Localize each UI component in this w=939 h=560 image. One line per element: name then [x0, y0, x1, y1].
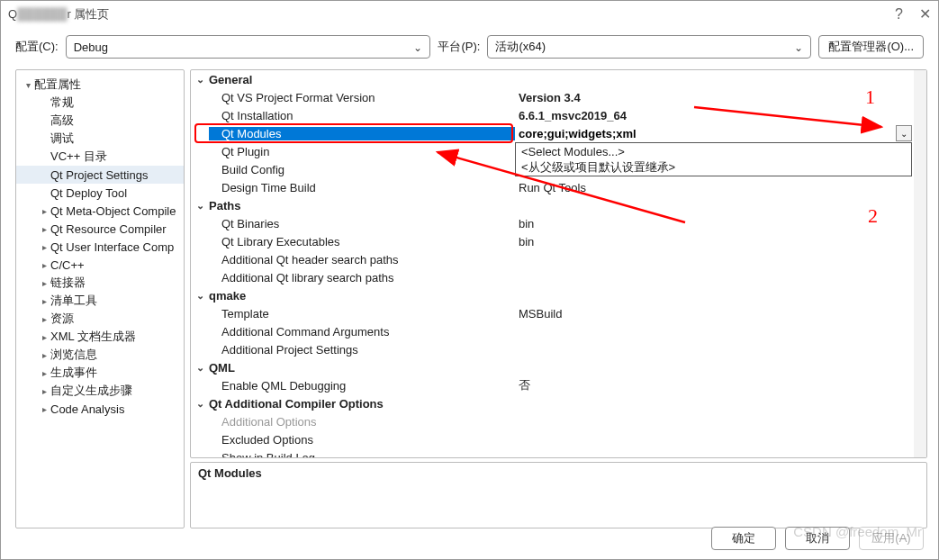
tree-item-label: 浏览信息	[50, 347, 97, 363]
tree-item[interactable]: ▸Qt Meta-Object Compile	[16, 202, 184, 220]
expander-icon[interactable]: ▸	[38, 386, 50, 396]
property-row[interactable]: Qt Library Executablesbin	[191, 232, 926, 250]
tree-item-label: 配置属性	[34, 77, 81, 93]
expander-icon[interactable]: ▸	[38, 404, 50, 414]
chevron-down-icon: ⌄	[900, 129, 907, 139]
tree-item[interactable]: 常规	[16, 94, 184, 112]
property-label: Additional Project Settings	[209, 343, 515, 357]
tree-item[interactable]: Qt Deploy Tool	[16, 184, 184, 202]
tree-item[interactable]: ▸C/C++	[16, 256, 184, 274]
dropdown-option-inherit[interactable]: <从父级或项目默认设置继承>	[516, 159, 911, 176]
expander-icon[interactable]: ▸	[38, 242, 50, 252]
platform-combo[interactable]: 活动(x64)	[487, 35, 811, 59]
property-group[interactable]: ⌄QML	[191, 358, 926, 376]
property-row[interactable]: Additional Qt library search paths	[191, 268, 926, 286]
help-icon[interactable]: ?	[895, 7, 903, 22]
annotation-1: 1	[865, 86, 875, 109]
tree-item[interactable]: ▾配置属性	[16, 76, 184, 94]
property-row[interactable]: Additional Qt header search paths	[191, 250, 926, 268]
property-row[interactable]: Qt VS Project Format VersionVersion 3.4	[191, 88, 926, 106]
tree-item[interactable]: ▸XML 文档生成器	[16, 328, 184, 346]
dropdown-option-select-modules[interactable]: <Select Modules...>	[516, 143, 911, 159]
expander-icon[interactable]: ▸	[38, 296, 50, 306]
close-icon[interactable]: ✕	[919, 7, 931, 22]
expander-icon[interactable]: ▸	[38, 332, 50, 342]
tree-item-label: 自定义生成步骤	[50, 383, 132, 399]
expander-icon[interactable]: ▸	[38, 224, 50, 234]
property-value[interactable]: bin	[515, 235, 926, 248]
property-label: Qt Library Executables	[209, 235, 515, 248]
expander-icon[interactable]: ⌄	[191, 290, 209, 302]
expander-icon[interactable]: ⌄	[191, 362, 209, 374]
property-value[interactable]: MSBuild	[515, 307, 926, 321]
property-group[interactable]: ⌄qmake	[191, 286, 926, 304]
property-row[interactable]: Additional Options	[191, 412, 926, 430]
tree-item[interactable]: 调试	[16, 130, 184, 148]
tree-item[interactable]: 高级	[16, 112, 184, 130]
window-title: Q██████r 属性页	[8, 6, 109, 23]
property-row[interactable]: Show in Build Log	[191, 448, 926, 457]
property-row[interactable]: TemplateMSBuild	[191, 304, 926, 322]
tree-pane[interactable]: ▾配置属性常规高级调试VC++ 目录Qt Project SettingsQt …	[15, 69, 185, 528]
tree-item[interactable]: ▸浏览信息	[16, 346, 184, 364]
property-label: Additional Qt header search paths	[209, 253, 515, 266]
tree-item[interactable]: ▸Code Analysis	[16, 400, 184, 418]
tree-item[interactable]: ▸生成事件	[16, 364, 184, 382]
property-grid[interactable]: ⌄GeneralQt VS Project Format VersionVers…	[190, 69, 927, 458]
tree-item[interactable]: ▸自定义生成步骤	[16, 382, 184, 400]
property-row[interactable]: Qt Installation6.6.1_msvc2019_64	[191, 106, 926, 124]
apply-button[interactable]: 应用(A)	[859, 527, 924, 550]
tree-item-label: XML 文档生成器	[50, 329, 136, 345]
property-label: Design Time Build	[209, 181, 515, 194]
expander-icon[interactable]: ▾	[22, 80, 34, 90]
tree-item[interactable]: Qt Project Settings	[16, 166, 184, 184]
expander-icon[interactable]: ▸	[38, 314, 50, 324]
property-group[interactable]: ⌄Paths	[191, 196, 926, 214]
config-combo[interactable]: Debug	[66, 35, 431, 59]
property-row[interactable]: Additional Project Settings	[191, 340, 926, 358]
property-group[interactable]: ⌄Qt Additional Compiler Options	[191, 394, 926, 412]
expander-icon[interactable]: ⌄	[191, 200, 209, 212]
tree-item[interactable]: ▸资源	[16, 310, 184, 328]
tree-item-label: Code Analysis	[50, 402, 124, 416]
ok-button[interactable]: 确定	[711, 527, 776, 550]
property-dropdown-list[interactable]: <Select Modules...> <从父级或项目默认设置继承>	[515, 142, 912, 176]
property-label: qmake	[209, 289, 515, 303]
tree-item-label: C/C++	[50, 258, 85, 272]
tree-item[interactable]: VC++ 目录	[16, 148, 184, 166]
expander-icon[interactable]: ⌄	[191, 74, 209, 86]
expander-icon[interactable]: ▸	[38, 368, 50, 378]
property-label: Additional Options	[209, 415, 515, 429]
tree-item[interactable]: ▸链接器	[16, 274, 184, 292]
expander-icon[interactable]: ⌄	[191, 398, 209, 410]
property-label: Excluded Options	[209, 433, 515, 447]
tree-item-label: 资源	[50, 311, 74, 327]
expander-icon[interactable]: ▸	[38, 260, 50, 270]
property-value[interactable]: Run Qt Tools	[515, 181, 926, 194]
property-label: Qt VS Project Format Version	[209, 91, 515, 104]
config-manager-button[interactable]: 配置管理器(O)...	[818, 35, 924, 59]
property-dropdown-button[interactable]: ⌄	[896, 125, 912, 141]
property-row[interactable]: Additional Command Arguments	[191, 322, 926, 340]
property-row[interactable]: Qt Modulescore;gui;widgets;xml	[191, 124, 926, 142]
property-row[interactable]: Design Time BuildRun Qt Tools	[191, 178, 926, 196]
expander-icon[interactable]: ▸	[38, 206, 50, 216]
expander-icon[interactable]: ▸	[38, 278, 50, 288]
tree-item[interactable]: ▸Qt Resource Compiler	[16, 220, 184, 238]
tree-item[interactable]: ▸清单工具	[16, 292, 184, 310]
ok-label: 确定	[732, 530, 755, 546]
property-value[interactable]: core;gui;widgets;xml	[515, 127, 926, 140]
property-group[interactable]: ⌄General	[191, 70, 926, 88]
property-row[interactable]: Enable QML Debugging否	[191, 376, 926, 394]
tree-item-label: Qt User Interface Comp	[50, 240, 174, 254]
tree-item[interactable]: ▸Qt User Interface Comp	[16, 238, 184, 256]
property-row[interactable]: Excluded Options	[191, 430, 926, 448]
scrollbar-vertical[interactable]	[914, 70, 926, 457]
expander-icon[interactable]: ▸	[38, 350, 50, 360]
property-row[interactable]: Qt Binariesbin	[191, 214, 926, 232]
property-value[interactable]: bin	[515, 217, 926, 230]
property-value[interactable]: 否	[515, 377, 926, 393]
cancel-button[interactable]: 取消	[785, 527, 850, 550]
property-value[interactable]: 6.6.1_msvc2019_64	[515, 109, 926, 122]
platform-label: 平台(P):	[438, 39, 480, 55]
